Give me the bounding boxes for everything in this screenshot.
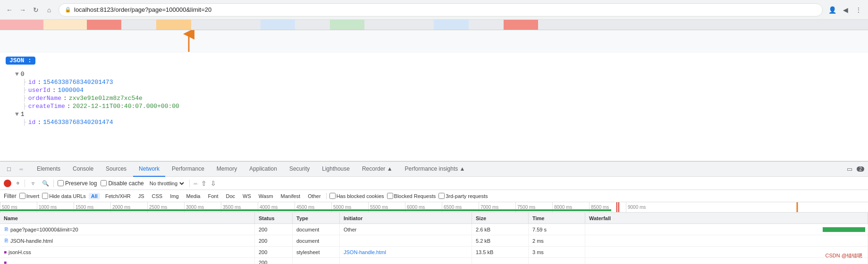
reload-button[interactable]: ↻ bbox=[30, 4, 42, 16]
tab-strip bbox=[0, 20, 868, 30]
th-time[interactable]: Time bbox=[529, 213, 585, 223]
clear-button[interactable]: ⚬ bbox=[15, 180, 21, 187]
has-blocked-label[interactable]: Has blocked cookies bbox=[329, 193, 384, 199]
search-button[interactable]: 🔍 bbox=[41, 179, 50, 188]
network-table: Name Status Type Initiator Size Time Wat… bbox=[0, 213, 868, 264]
menu-button[interactable]: ⋮ bbox=[853, 4, 864, 16]
devtools-right: ▭ 2 bbox=[844, 164, 864, 174]
home-button[interactable]: ⌂ bbox=[43, 4, 55, 16]
filter-type-media[interactable]: Media bbox=[184, 193, 203, 199]
console-drawer-button[interactable]: ▭ bbox=[844, 164, 855, 174]
th-name[interactable]: Name bbox=[0, 213, 255, 223]
hide-data-urls-label[interactable]: Hide data URLs bbox=[42, 193, 86, 199]
filter-type-ws[interactable]: WS bbox=[240, 193, 253, 199]
record-button[interactable] bbox=[4, 180, 11, 187]
hide-data-urls-text: Hide data URLs bbox=[49, 193, 86, 199]
device-toolbar-button[interactable]: ⎓ bbox=[16, 164, 26, 174]
th-waterfall[interactable]: Waterfall bbox=[585, 213, 868, 223]
lock-icon: 🔒 bbox=[65, 7, 71, 13]
filter-type-font[interactable]: Font bbox=[205, 193, 220, 199]
blocked-requests-checkbox[interactable] bbox=[387, 193, 393, 199]
separator-1 bbox=[25, 180, 25, 187]
export-button[interactable]: ⇩ bbox=[211, 180, 216, 187]
td-name-3: ■ jsonH.css bbox=[0, 247, 255, 257]
doc-icon: 🖹 bbox=[4, 238, 8, 243]
preserve-log-text: Preserve log bbox=[65, 180, 97, 187]
table-row[interactable]: 🖹 page?page=100000&limit=20 200 document… bbox=[0, 224, 868, 235]
filter-type-img[interactable]: Img bbox=[168, 193, 181, 199]
filter-type-other[interactable]: Other bbox=[305, 193, 323, 199]
invert-label[interactable]: Invert bbox=[19, 193, 40, 199]
browser-chrome: ← → ↻ ⌂ 🔒 localhost:8123/order/page?page… bbox=[0, 0, 868, 20]
table-header: Name Status Type Initiator Size Time Wat… bbox=[0, 213, 868, 224]
up-arrow-annotation bbox=[170, 30, 208, 53]
disable-cache-checkbox[interactable] bbox=[101, 180, 107, 186]
address-bar[interactable]: 🔒 localhost:8123/order/page?page=100000&… bbox=[59, 3, 823, 16]
td-name-2: 🖹 JSON-handle.html bbox=[0, 235, 255, 246]
filter-type-css[interactable]: CSS bbox=[150, 193, 165, 199]
td-initiator-2 bbox=[340, 235, 472, 246]
third-party-text: 3rd-party requests bbox=[446, 193, 488, 199]
timeline-bar: 500 ms 1000 ms 1500 ms 2000 ms 2500 ms 3… bbox=[0, 202, 868, 213]
td-time-3: 3 ms bbox=[529, 247, 585, 257]
timeline-red-line-1 bbox=[616, 202, 617, 212]
td-size-4 bbox=[472, 258, 529, 264]
network-conditions-button[interactable]: ⎓ bbox=[194, 180, 197, 187]
th-size[interactable]: Size bbox=[472, 213, 529, 223]
has-blocked-checkbox[interactable] bbox=[329, 193, 336, 199]
td-name-1: 🖹 page?page=100000&limit=20 bbox=[0, 224, 255, 235]
td-time-1: 7.59 s bbox=[529, 224, 585, 235]
preserve-log-checkbox[interactable] bbox=[58, 180, 64, 186]
filter-label: Filter bbox=[4, 193, 17, 199]
tab-recorder[interactable]: Recorder ▲ bbox=[356, 162, 398, 177]
td-initiator-3: JSON-handle.html bbox=[340, 247, 472, 257]
th-status[interactable]: Status bbox=[255, 213, 293, 223]
td-status-1: 200 bbox=[255, 224, 293, 235]
invert-checkbox[interactable] bbox=[19, 193, 25, 199]
initiator-link-3[interactable]: JSON-handle.html bbox=[344, 249, 386, 255]
import-button[interactable]: ⇧ bbox=[201, 180, 207, 187]
profile-button[interactable]: 👤 bbox=[826, 4, 838, 16]
tab-elements[interactable]: Elements bbox=[31, 162, 66, 177]
disable-cache-label[interactable]: Disable cache bbox=[101, 180, 143, 187]
json-field-id-1: ├ id : 1546338768340201474 bbox=[23, 118, 862, 126]
back-button[interactable]: ← bbox=[4, 4, 15, 16]
filter-type-all[interactable]: All bbox=[89, 193, 100, 199]
extension-button[interactable]: ◀ bbox=[840, 4, 851, 16]
json-field-id: ├ id : 1546338768340201473 bbox=[23, 78, 862, 86]
throttle-select[interactable]: No throttling bbox=[148, 180, 185, 187]
preserve-log-label[interactable]: Preserve log bbox=[58, 180, 97, 187]
forward-button[interactable]: → bbox=[17, 4, 28, 16]
tab-memory[interactable]: Memory bbox=[211, 162, 243, 177]
inspect-element-button[interactable]: □ bbox=[4, 164, 14, 174]
tab-performance-insights[interactable]: Performance insights ▲ bbox=[399, 162, 471, 177]
url-text: localhost:8123/order/page?page=100000&li… bbox=[74, 6, 817, 13]
table-row[interactable]: ■ jsonH.css 200 stylesheet JSON-handle.h… bbox=[0, 247, 868, 258]
tab-sources[interactable]: Sources bbox=[100, 162, 132, 177]
filter-icon-button[interactable]: ▿ bbox=[29, 179, 37, 188]
doc-icon: 🖹 bbox=[4, 227, 8, 232]
table-row[interactable]: 🖹 JSON-handle.html 200 document 5.2 kB 2… bbox=[0, 235, 868, 247]
tab-security[interactable]: Security bbox=[284, 162, 315, 177]
third-party-checkbox[interactable] bbox=[438, 193, 445, 199]
third-party-label[interactable]: 3rd-party requests bbox=[438, 193, 488, 199]
tab-lighthouse[interactable]: Lighthouse bbox=[316, 162, 355, 177]
tab-console[interactable]: Console bbox=[67, 162, 99, 177]
separator-2 bbox=[53, 180, 54, 187]
filter-type-doc[interactable]: Doc bbox=[224, 193, 238, 199]
td-type-1: document bbox=[293, 224, 340, 235]
row-name-1: page?page=100000&limit=20 bbox=[10, 227, 78, 232]
hide-data-urls-checkbox[interactable] bbox=[42, 193, 48, 199]
td-size-2: 5.2 kB bbox=[472, 235, 529, 246]
th-type[interactable]: Type bbox=[293, 213, 340, 223]
tab-application[interactable]: Application bbox=[244, 162, 283, 177]
tab-performance[interactable]: Performance bbox=[166, 162, 210, 177]
filter-type-manifest[interactable]: Manifest bbox=[278, 193, 303, 199]
th-initiator[interactable]: Initiator bbox=[340, 213, 472, 223]
blocked-requests-label[interactable]: Blocked Requests bbox=[387, 193, 436, 199]
filter-type-js[interactable]: JS bbox=[136, 193, 147, 199]
filter-type-fetch[interactable]: Fetch/XHR bbox=[103, 193, 133, 199]
filter-type-wasm[interactable]: Wasm bbox=[256, 193, 276, 199]
tab-network[interactable]: Network bbox=[133, 162, 165, 177]
table-row[interactable]: ■ 200 bbox=[0, 258, 868, 264]
